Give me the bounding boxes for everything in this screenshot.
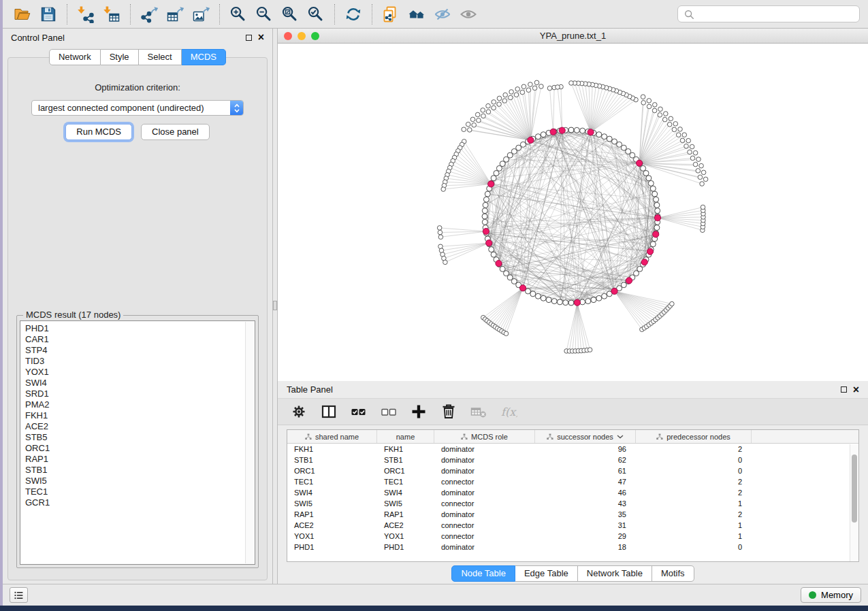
mcds-node-item[interactable]: CAR1 xyxy=(25,334,244,345)
close-panel-icon[interactable]: × xyxy=(258,33,264,42)
zoom-out-button[interactable] xyxy=(253,4,276,24)
split-view-button[interactable] xyxy=(319,401,339,422)
float-panel-icon[interactable] xyxy=(246,35,252,41)
memory-button[interactable]: Memory xyxy=(801,587,861,603)
network-graph[interactable] xyxy=(278,44,868,381)
status-menu-button[interactable] xyxy=(10,587,28,603)
node-table: shared namenameMCDS rolesuccessor nodesp… xyxy=(287,429,859,562)
table-row[interactable]: SWI4SWI4dominator462 xyxy=(287,487,858,498)
table-scrollbar[interactable] xyxy=(850,444,858,561)
close-table-panel-icon[interactable]: × xyxy=(853,386,859,394)
zoom-in-button[interactable] xyxy=(227,4,250,24)
export-image-button[interactable] xyxy=(189,4,212,24)
column-header-predecessor-nodes[interactable]: predecessor nodes xyxy=(636,430,752,443)
clear-checks-button[interactable] xyxy=(379,401,399,422)
mcds-node-item[interactable]: RAP1 xyxy=(25,454,244,465)
mcds-node-item[interactable]: SRD1 xyxy=(25,389,244,399)
import-network-button[interactable] xyxy=(74,4,97,24)
mcds-node-item[interactable]: STB5 xyxy=(25,432,244,443)
cell: SWI4 xyxy=(287,489,377,497)
network-canvas[interactable] xyxy=(278,44,868,381)
tab-select[interactable]: Select xyxy=(139,49,182,65)
export-table-button[interactable] xyxy=(163,4,187,24)
hide-selected-button[interactable] xyxy=(431,4,454,24)
search-input[interactable] xyxy=(698,9,854,19)
cell: dominator xyxy=(434,543,535,551)
optimization-criterion-select[interactable]: largest connected component (undirected) xyxy=(31,100,244,116)
home-button[interactable] xyxy=(405,4,428,24)
cell: RAP1 xyxy=(377,510,434,518)
mcds-node-item[interactable]: ORC1 xyxy=(25,443,244,454)
column-header-successor-nodes[interactable]: successor nodes xyxy=(535,430,636,443)
float-table-panel-icon[interactable] xyxy=(841,386,847,393)
maximize-window-icon[interactable] xyxy=(311,32,319,40)
mcds-node-item[interactable]: PMA2 xyxy=(25,399,244,410)
close-window-icon[interactable] xyxy=(284,32,292,40)
cell: connector xyxy=(434,499,535,508)
search-box[interactable] xyxy=(677,5,860,22)
mcds-node-item[interactable]: PHD1 xyxy=(25,323,244,334)
table-panel: Table Panel × f(x) shared namenameMCDS r… xyxy=(278,381,868,584)
table-row[interactable]: PHD1PHD1dominator180 xyxy=(287,542,858,552)
column-type-icon xyxy=(461,433,468,440)
memory-status-icon xyxy=(809,591,816,599)
run-mcds-button[interactable]: Run MCDS xyxy=(65,124,132,140)
open-file-button[interactable] xyxy=(11,4,34,24)
save-button[interactable] xyxy=(37,4,60,24)
table-scrollbar-thumb[interactable] xyxy=(852,455,857,523)
settings-button[interactable] xyxy=(289,401,309,422)
tab-style[interactable]: Style xyxy=(101,49,139,65)
duplicate-network-button[interactable] xyxy=(379,4,402,24)
table-row[interactable]: RAP1RAP1dominator352 xyxy=(287,509,858,520)
memory-label: Memory xyxy=(821,590,853,600)
import-table-button[interactable] xyxy=(100,4,123,24)
table-tab-node-table[interactable]: Node Table xyxy=(451,565,515,582)
trash-icon xyxy=(440,403,457,420)
mcds-node-item[interactable]: SWI5 xyxy=(25,476,244,486)
column-header-name[interactable]: name xyxy=(377,430,434,443)
table-tab-edge-table[interactable]: Edge Table xyxy=(515,565,578,582)
vertical-splitter[interactable] xyxy=(272,29,278,584)
cell: connector xyxy=(434,532,535,540)
table-row[interactable]: SWI5SWI5connector431 xyxy=(287,498,858,509)
close-panel-button[interactable]: Close panel xyxy=(141,124,210,140)
show-selected-button[interactable] xyxy=(457,4,480,24)
table-tab-network-table[interactable]: Network Table xyxy=(578,565,652,582)
mcds-node-item[interactable]: STB1 xyxy=(25,465,244,476)
table-row[interactable]: TEC1TEC1connector472 xyxy=(287,476,858,487)
mcds-node-item[interactable]: ACE2 xyxy=(25,421,244,432)
zoom-fit-button[interactable] xyxy=(278,4,302,24)
tab-mcds[interactable]: MCDS xyxy=(182,49,226,65)
mcds-node-item[interactable]: STP4 xyxy=(25,345,244,356)
settings-icon xyxy=(290,403,308,420)
mcds-result-list[interactable]: PHD1CAR1STP4TID3YOX1SWI4SRD1PMA2FKH1ACE2… xyxy=(20,320,255,565)
table-row[interactable]: ORC1ORC1dominator610 xyxy=(287,465,858,476)
table-tab-motifs[interactable]: Motifs xyxy=(652,565,694,582)
tab-network[interactable]: Network xyxy=(49,49,101,65)
minimize-window-icon[interactable] xyxy=(298,32,306,40)
mcds-node-item[interactable]: TID3 xyxy=(25,356,244,367)
export-network-button[interactable] xyxy=(138,4,161,24)
column-header-MCDS-role[interactable]: MCDS role xyxy=(434,430,535,443)
table-row[interactable]: STB1STB1dominator620 xyxy=(287,455,858,465)
mcds-node-item[interactable]: TEC1 xyxy=(25,486,244,497)
result-list-scrollbar[interactable] xyxy=(245,322,254,563)
trash-button[interactable] xyxy=(438,401,459,422)
add-button[interactable] xyxy=(408,401,429,422)
table-row[interactable]: ACE2ACE2connector311 xyxy=(287,520,858,531)
cell: dominator xyxy=(434,510,535,518)
mcds-node-item[interactable]: YOX1 xyxy=(25,367,244,378)
mcds-node-item[interactable]: FKH1 xyxy=(25,410,244,421)
table-row[interactable]: YOX1YOX1connector291 xyxy=(287,531,858,542)
column-header-shared-name[interactable]: shared name xyxy=(287,430,377,443)
cell: 2 xyxy=(636,445,752,453)
cell: 2 xyxy=(636,478,752,486)
mcds-node-item[interactable]: GCR1 xyxy=(25,497,244,508)
table-row[interactable]: FKH1FKH1dominator962 xyxy=(287,444,858,455)
refresh-button[interactable] xyxy=(342,4,365,24)
zoom-selected-button[interactable] xyxy=(304,4,327,24)
select-checks-button[interactable] xyxy=(349,401,369,422)
cell: 29 xyxy=(535,532,636,540)
mcds-node-item[interactable]: SWI4 xyxy=(25,378,244,389)
splitter-grip[interactable] xyxy=(273,301,277,310)
